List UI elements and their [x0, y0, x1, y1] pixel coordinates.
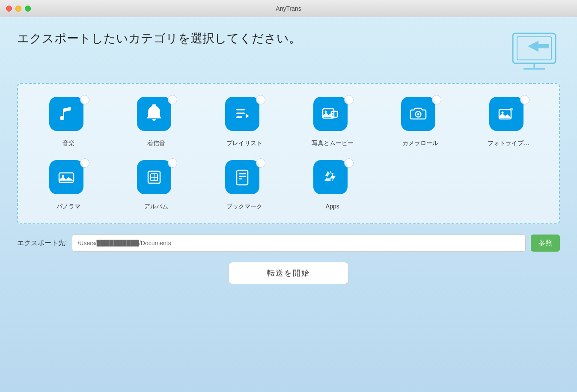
svg-marker-4	[528, 41, 549, 52]
label-cameraroll: カメラロール	[402, 140, 438, 147]
export-illustration	[509, 30, 560, 73]
minimize-button[interactable]	[15, 6, 21, 12]
label-music: 音楽	[62, 140, 74, 147]
label-playlist: プレイリスト	[226, 140, 262, 147]
svg-point-16	[502, 112, 504, 114]
apps-icon	[313, 160, 348, 194]
icon-wrap-cameraroll	[401, 97, 440, 135]
main-content: エクスポートしたいカテゴリを選択してください。	[0, 17, 577, 392]
select-music[interactable]	[80, 95, 89, 104]
svg-rect-5	[236, 109, 245, 110]
category-item-playlist[interactable]: プレイリスト	[202, 97, 286, 147]
photovideo-icon	[313, 97, 348, 131]
select-cameraroll[interactable]	[432, 95, 441, 104]
svg-marker-8	[246, 114, 249, 118]
icon-wrap-photos	[313, 97, 352, 135]
select-bookmark[interactable]	[256, 158, 265, 168]
category-item-bookmark[interactable]: ブックマーク	[202, 160, 286, 211]
label-photolibrary: フォトライブ…	[488, 140, 529, 147]
icon-wrap-album	[137, 160, 175, 199]
svg-rect-6	[236, 113, 245, 114]
label-bookmark: ブックマーク	[226, 203, 262, 211]
label-photos: 写真とムービー	[312, 140, 354, 147]
label-ringtone: 着信音	[147, 140, 165, 147]
photolibrary-icon	[489, 97, 523, 131]
camera-icon	[401, 97, 435, 131]
label-apps: Apps	[326, 203, 339, 210]
select-ringtone[interactable]	[168, 95, 177, 104]
svg-rect-17	[510, 108, 513, 110]
select-apps[interactable]	[344, 158, 354, 168]
icon-wrap-apps	[313, 160, 352, 199]
playlist-icon	[225, 97, 259, 131]
category-item-panorama[interactable]: パノラマ	[27, 160, 110, 211]
window-title: AnyTrans	[276, 5, 301, 12]
select-panorama[interactable]	[80, 158, 89, 168]
export-path-input[interactable]	[72, 235, 526, 252]
select-album[interactable]	[168, 158, 177, 168]
category-item-music[interactable]: 音楽	[27, 97, 110, 147]
label-album: アルバム	[144, 203, 168, 211]
label-panorama: パノラマ	[57, 203, 80, 211]
panorama-icon	[49, 160, 83, 194]
header-row: エクスポートしたいカテゴリを選択してください。	[17, 30, 560, 73]
category-item-photolibrary[interactable]: フォトライブ…	[467, 97, 550, 147]
close-button[interactable]	[6, 6, 12, 12]
icon-wrap-playlist	[225, 97, 264, 135]
browse-button[interactable]: 参照	[531, 235, 560, 252]
select-playlist[interactable]	[256, 95, 265, 104]
svg-point-10	[324, 111, 327, 113]
category-item-cameraroll[interactable]: カメラロール	[379, 97, 463, 147]
svg-rect-24	[237, 170, 248, 185]
svg-point-19	[62, 175, 64, 177]
category-item-photos[interactable]: 写真とムービー	[291, 97, 375, 147]
titlebar: AnyTrans	[0, 0, 577, 17]
page-title: エクスポートしたいカテゴリを選択してください。	[17, 30, 301, 47]
icon-wrap-photolibrary	[489, 97, 528, 135]
icon-wrap-music	[49, 97, 88, 135]
svg-rect-7	[236, 116, 242, 118]
select-photolibrary[interactable]	[520, 95, 529, 104]
category-container: 音楽 着信音	[17, 83, 560, 224]
icon-wrap-panorama	[49, 160, 88, 199]
category-item-album[interactable]: アルバム	[115, 160, 199, 211]
music-icon	[49, 97, 83, 131]
start-row: 転送を開始	[17, 262, 560, 284]
category-item-ringtone[interactable]: 着信音	[115, 97, 199, 147]
export-label: エクスポート先:	[17, 239, 67, 248]
svg-point-14	[417, 113, 419, 116]
bookmark-icon	[225, 160, 259, 194]
select-photos[interactable]	[344, 95, 354, 104]
svg-rect-18	[59, 173, 74, 182]
start-transfer-button[interactable]: 転送を開始	[229, 262, 348, 284]
category-grid-row1: 音楽 着信音	[27, 97, 550, 147]
window-controls	[6, 6, 31, 12]
category-grid-row2: パノラマ アルバム	[27, 160, 550, 211]
export-row: エクスポート先: 参照	[17, 235, 560, 252]
icon-wrap-bookmark	[225, 160, 264, 199]
category-item-apps[interactable]: Apps	[291, 160, 375, 211]
bell-icon	[137, 97, 171, 131]
icon-wrap-ringtone	[137, 97, 175, 135]
maximize-button[interactable]	[25, 6, 31, 12]
album-icon	[137, 160, 171, 194]
